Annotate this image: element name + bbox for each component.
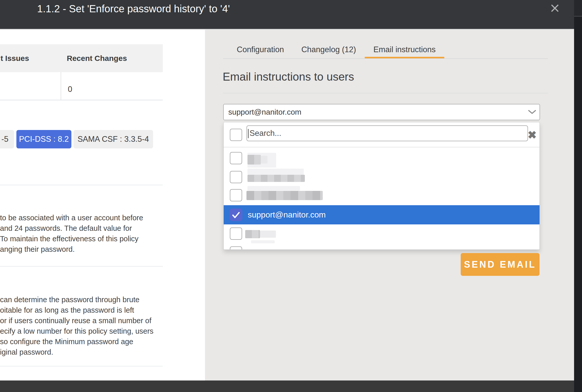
section-divider xyxy=(0,366,163,366)
compliance-tag-sama-csf: SAMA CSF : 3.3.5-4 xyxy=(73,130,153,148)
option-checkbox[interactable] xyxy=(230,171,242,183)
checked-checkbox[interactable] xyxy=(230,209,242,221)
paragraph-line: anging their password. xyxy=(0,244,169,255)
paragraph-line: iginal password. xyxy=(0,347,169,357)
tab-email-instructions[interactable]: Email instructions xyxy=(365,41,444,58)
recipient-select[interactable]: support@nanitor.com xyxy=(223,104,540,120)
description-paragraph: to be associated with a user account bef… xyxy=(0,213,169,255)
paragraph-line: or if users continually reuse a small nu… xyxy=(0,315,169,326)
table-bottom-border xyxy=(0,100,163,100)
select-all-checkbox[interactable] xyxy=(230,129,242,141)
send-email-button[interactable]: SEND EMAIL xyxy=(461,253,540,276)
compliance-tag-clipped: -5 xyxy=(0,130,14,148)
option-label: support@nanitor.com xyxy=(248,205,326,224)
paragraph-line: oitable for as long as the password is l… xyxy=(0,305,169,315)
modal-screen: 1.1.2 - Set 'Enforce password history' t… xyxy=(0,0,582,392)
compliance-tag-pci-dss: PCI-DSS : 8.2 xyxy=(16,130,71,148)
tab-configuration[interactable]: Configuration xyxy=(228,41,293,58)
paragraph-line: can determine the password through brute xyxy=(0,295,169,305)
paragraph-line: to be associated with a user account bef… xyxy=(0,213,169,223)
page-behind-modal xyxy=(574,0,582,392)
tab-changelog[interactable]: Changelog (12) xyxy=(293,41,365,58)
checkmark-icon xyxy=(230,217,242,222)
redacted-option-text xyxy=(251,240,275,243)
redacted-option-text xyxy=(247,175,305,182)
search-input[interactable] xyxy=(246,125,528,141)
tab-bar: Configuration Changelog (12) Email instr… xyxy=(228,41,444,58)
redacted-option[interactable] xyxy=(247,186,300,191)
modal-title: 1.1.2 - Set 'Enforce password history' t… xyxy=(37,2,230,15)
section-divider xyxy=(0,266,163,267)
text-caret xyxy=(248,129,249,138)
option-checkbox[interactable] xyxy=(230,227,242,240)
recipient-dropdown-panel: ✖ support@nanitor.com xyxy=(223,122,540,250)
redacted-option[interactable] xyxy=(247,169,304,175)
heading-divider xyxy=(223,93,548,93)
option-checkbox[interactable] xyxy=(230,189,242,201)
option-checkbox-partial[interactable] xyxy=(230,246,242,250)
paragraph-line: and 24 passwords. The default value for xyxy=(0,223,169,234)
redacted-option-text xyxy=(247,155,261,165)
option-checkbox[interactable] xyxy=(230,152,242,164)
header-divider xyxy=(0,29,574,30)
dropdown-divider xyxy=(224,147,540,147)
issues-table-header: t Issues Recent Changes xyxy=(0,44,163,72)
redacted-option-text xyxy=(245,230,260,238)
redacted-option-text xyxy=(246,191,323,200)
section-divider xyxy=(0,185,163,185)
recipient-select-value: support@nanitor.com xyxy=(228,104,301,120)
redacted-option[interactable] xyxy=(260,231,276,238)
close-button[interactable] xyxy=(549,3,561,15)
column-header-issues: t Issues xyxy=(1,44,29,72)
bottom-dark-bar xyxy=(0,380,574,392)
recent-changes-value: 0 xyxy=(68,82,99,96)
paragraph-line: ecify a low number for this policy setti… xyxy=(0,326,169,336)
close-icon xyxy=(550,3,560,14)
rationale-paragraph: can determine the password through brute… xyxy=(0,295,169,358)
clear-icon[interactable]: ✖ xyxy=(525,128,539,142)
tabs-divider xyxy=(223,58,548,59)
page-behind-modal-header xyxy=(574,0,582,16)
page-behind-modal-seam xyxy=(574,16,582,17)
paragraph-line: To maintain the effectiveness of this po… xyxy=(0,234,169,244)
redacted-option-text xyxy=(261,156,267,164)
page-title: Email instructions to users xyxy=(223,70,354,84)
table-column-divider xyxy=(61,72,61,100)
paragraph-line: so configure the Minimum password age xyxy=(0,336,169,347)
chevron-down-icon xyxy=(528,110,536,114)
option-selected-support-email[interactable]: support@nanitor.com xyxy=(224,205,540,224)
column-header-recent-changes: Recent Changes xyxy=(67,44,127,72)
